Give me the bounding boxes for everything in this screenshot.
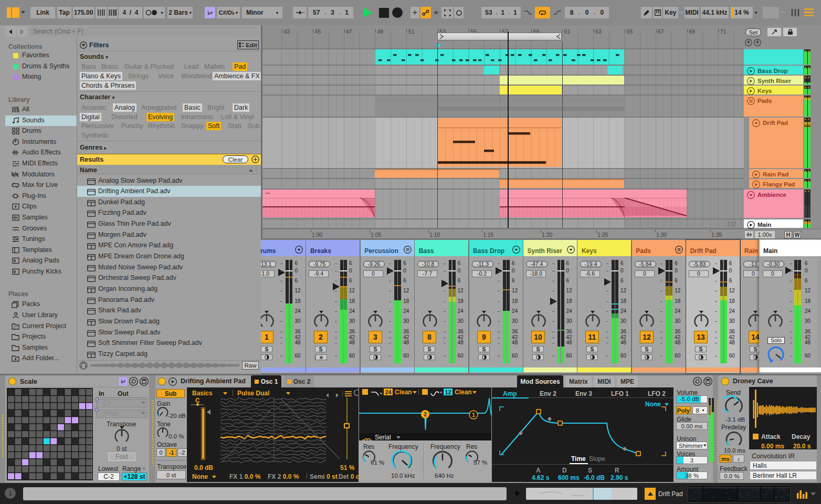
- svg-text:2: 2: [424, 412, 427, 417]
- svg-text:1: 1: [472, 412, 475, 418]
